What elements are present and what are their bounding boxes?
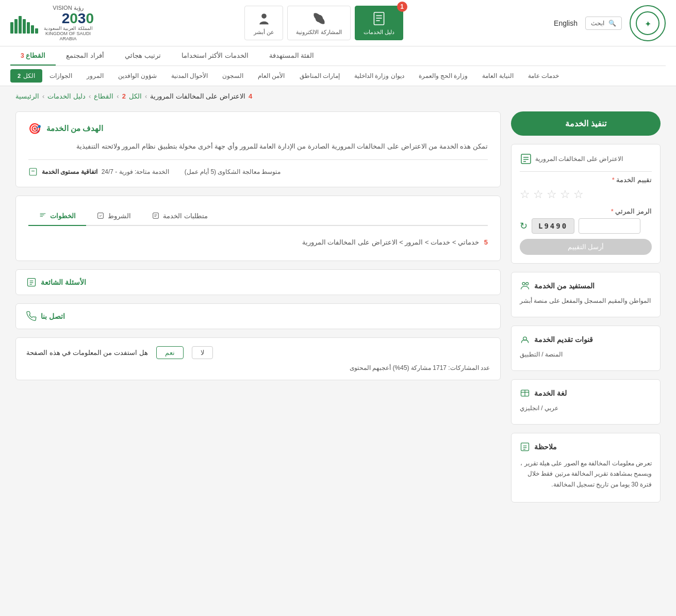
- search-icon: 🔍: [608, 20, 616, 27]
- svg-rect-22: [29, 168, 37, 175]
- feedback-question: هل استفدت من المعلومات في هذه الصفحة: [26, 349, 148, 356]
- sla-processing: متوسط معالجة الشكاوى (5 أيام عمل): [185, 167, 281, 176]
- rating-label: تقييم الخدمة *: [520, 176, 652, 184]
- svg-rect-24: [153, 213, 159, 219]
- svg-point-13: [526, 282, 529, 285]
- beneficiary-text-row: المواطن والمقيم المسجل والمفعل على منصة …: [520, 297, 652, 304]
- channels-text-row: المنصة / التطبيق: [520, 351, 652, 358]
- breadcrumb-current: الاعتراض على المخالفات المرورية: [150, 92, 245, 100]
- beneficiary-text: المواطن والمقيم المسجل والمفعل على منصة …: [520, 297, 651, 304]
- requirements-icon: [152, 212, 160, 220]
- svg-text:✦: ✦: [645, 20, 651, 28]
- about-absher-button[interactable]: عن أبشر: [244, 6, 283, 40]
- sub-nav-interior-dept[interactable]: ديوان وزارة الداخلية: [347, 69, 411, 83]
- breadcrumb-home[interactable]: الرئيسية: [15, 92, 39, 100]
- header-left: ✦ 🔍 ابحث English: [554, 5, 666, 41]
- svg-point-7: [262, 14, 266, 18]
- main-nav: الفئة المستهدفة الخدمات الأكثر استخداما …: [0, 46, 676, 86]
- beneficiary-title: المستفيد من الخدمة: [520, 281, 652, 291]
- services-guide-button[interactable]: دليل الخدمات: [355, 6, 403, 40]
- guide-badge: 1: [397, 2, 407, 12]
- faq-title: الأسئلة الشائعة: [26, 277, 86, 287]
- sub-nav-passports[interactable]: الجوازات: [42, 69, 79, 83]
- tab-conditions[interactable]: الشروط: [86, 206, 141, 226]
- captcha-refresh-icon[interactable]: ↻: [520, 220, 527, 232]
- tab-target-group[interactable]: الفئة المستهدفة: [259, 46, 325, 66]
- rating-required: *: [612, 176, 615, 184]
- guide-label: دليل الخدمات: [364, 29, 394, 36]
- star-1[interactable]: ☆: [520, 188, 530, 201]
- feedback-card: لا نعم هل استفدت من المعلومات في هذه الص…: [15, 337, 501, 380]
- feedback-no-button[interactable]: لا: [192, 346, 213, 359]
- service-goal-icon: 🎯: [28, 122, 41, 135]
- tab-alphabetical[interactable]: ترتيب هجائي: [114, 46, 171, 66]
- feedback-row: لا نعم هل استفدت من المعلومات في هذه الص…: [26, 346, 490, 359]
- sector-label: القطاع: [26, 52, 45, 59]
- execute-service-button[interactable]: تنفيذ الخدمة: [511, 111, 661, 136]
- star-3[interactable]: ☆: [547, 188, 557, 201]
- faq-section[interactable]: الأسئلة الشائعة: [15, 269, 501, 295]
- search-label: ابحث: [591, 20, 604, 27]
- sla-icon: [28, 167, 38, 176]
- sla-title: اتفاقية مستوى الخدمة: [42, 168, 97, 175]
- star-2[interactable]: ☆: [533, 188, 543, 201]
- sub-nav-regions[interactable]: إمارات المناطق: [292, 69, 347, 83]
- vision-year: 2030: [42, 11, 94, 26]
- note-text: تعرض معلومات المخالفة مع الصور على هيلة …: [520, 458, 652, 490]
- beneficiary-card: المستفيد من الخدمة المواطن والمقيم المسج…: [511, 272, 661, 317]
- sub-nav-general-services[interactable]: خدمات عامة: [521, 69, 566, 83]
- breadcrumb-sep-2: ›: [89, 92, 91, 100]
- steps-badge: 5: [484, 238, 488, 246]
- breadcrumb-guide[interactable]: دليل الخدمات: [47, 92, 86, 100]
- sla-row: متوسط معالجة الشكاوى (5 أيام عمل) الخدمة…: [28, 167, 488, 176]
- feedback-yes-button[interactable]: نعم: [156, 346, 184, 359]
- tab-most-used[interactable]: الخدمات الأكثر استخداما: [171, 46, 259, 66]
- svg-rect-8: [521, 154, 531, 164]
- phone-icon: [26, 311, 37, 321]
- sector-badge: 3: [21, 52, 24, 59]
- service-goal-card: الهدف من الخدمة 🎯 تمكن هذه الخدمة من الا…: [15, 111, 501, 187]
- star-5[interactable]: ☆: [573, 188, 584, 201]
- sub-nav-hajj[interactable]: وزارة الحج والعمرة: [411, 69, 475, 83]
- sub-nav: خدمات عامة النيابة العامة وزارة الحج وال…: [10, 66, 666, 86]
- sub-nav-prisons[interactable]: السجون: [215, 69, 251, 83]
- channels-text: المنصة / التطبيق: [520, 351, 563, 358]
- sub-nav-foreigners[interactable]: شؤون الوافدين: [111, 69, 163, 83]
- note-title: ملاحظة: [520, 442, 652, 452]
- sub-nav-public-security[interactable]: الأمن العام: [251, 69, 292, 83]
- captcha-required: *: [611, 207, 614, 215]
- tab-community[interactable]: أفراد المجتمع: [56, 46, 114, 66]
- electronic-participation-button[interactable]: المشاركة الالكترونية: [287, 6, 350, 40]
- sidebar: تنفيذ الخدمة الاعتراض على المخالفات المر…: [511, 111, 661, 502]
- language-text-row: عربي / انجليزي: [520, 404, 652, 412]
- channels-title: قنوات تقديم الخدمة: [520, 334, 652, 345]
- star-4[interactable]: ☆: [560, 188, 570, 201]
- sub-nav-public-prosecution[interactable]: النيابة العامة: [475, 69, 520, 83]
- search-box[interactable]: 🔍 ابحث: [585, 17, 622, 30]
- english-language-toggle[interactable]: English: [554, 19, 578, 27]
- all-badge: 2: [18, 73, 21, 79]
- captcha-row: L9490 ↻: [520, 218, 652, 234]
- captcha-label: الرمز المرئي *: [520, 207, 652, 215]
- breadcrumb-sector[interactable]: القطاع: [94, 92, 113, 100]
- tab-requirements[interactable]: متطلبات الخدمة: [141, 206, 218, 226]
- breadcrumb-sep-1: ›: [42, 92, 44, 100]
- sla-availability-value: الخدمة متاحة: فورية - 24/7: [102, 168, 169, 175]
- captcha-input[interactable]: [579, 218, 640, 234]
- service-goal-description: تمكن هذه الخدمة من الاعتراض على المخالفا…: [28, 141, 488, 152]
- breadcrumb-badge-4: 4: [249, 92, 252, 100]
- sub-nav-civil[interactable]: الأحوال المدنية: [164, 69, 215, 83]
- contact-section[interactable]: اتصل بنا: [15, 303, 501, 329]
- tab-sector[interactable]: القطاع 3: [10, 46, 56, 66]
- sub-nav-traffic[interactable]: المرور: [79, 69, 111, 83]
- main-content: تنفيذ الخدمة الاعتراض على المخالفات المر…: [0, 106, 676, 518]
- breadcrumb-all[interactable]: الكل: [129, 92, 142, 100]
- absher-label: عن أبشر: [254, 29, 274, 36]
- captcha-image: L9490: [532, 218, 574, 234]
- sub-nav-all[interactable]: الكل 2: [10, 69, 42, 83]
- stars-rating[interactable]: ☆ ☆ ☆ ☆ ☆: [520, 188, 652, 201]
- steps-path: 5 خدماتي > خدمات > المرور > الاعتراض على…: [28, 234, 488, 250]
- submit-rating-button[interactable]: أرسل التقييم: [520, 239, 652, 255]
- tab-steps[interactable]: الخطوات: [28, 206, 86, 226]
- svg-rect-28: [28, 279, 36, 286]
